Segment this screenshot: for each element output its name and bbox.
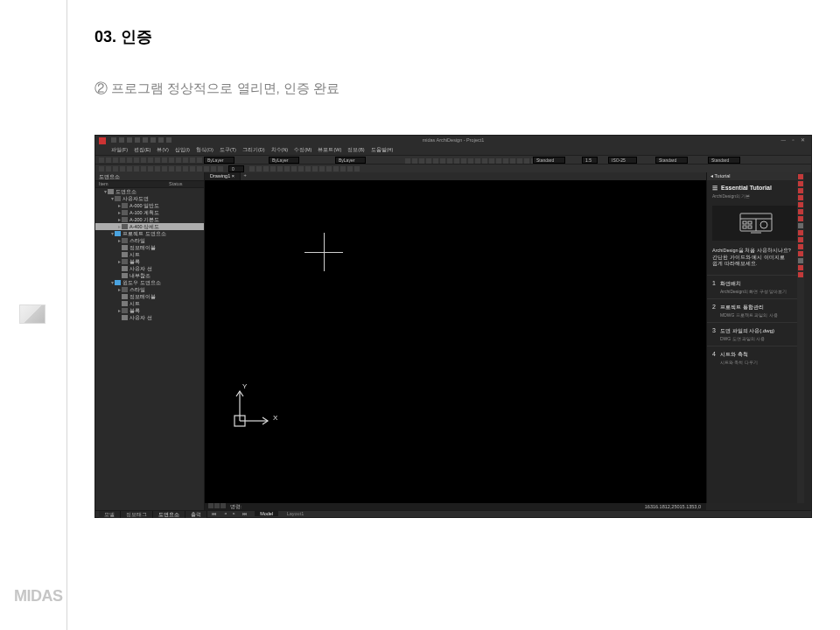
menu-tools[interactable]: 도구(T) — [220, 147, 236, 153]
svg-rect-8 — [743, 226, 746, 228]
tree-p-info[interactable]: 정보테이블 — [95, 244, 204, 251]
tree: ▾도면요소 ▾사용자도면 ▸A-000 일반도 ▸A-100 계획도 ▸A-20… — [95, 188, 204, 321]
ribbon-row-1: ByLayer ByLayer ByLayer Standard 1.5 ISO… — [95, 155, 811, 164]
tutorial-desc: ArchiDesign을 처음 사용하시나요? 간단한 가이드와 예시 이미지로… — [707, 244, 804, 275]
menu-insert[interactable]: 삽입(I) — [175, 147, 190, 153]
crosshair-horizontal — [304, 252, 343, 253]
dimstyle-select[interactable]: ISO-25 — [608, 157, 637, 164]
panel-title: 도면요소 — [95, 172, 204, 181]
page-subtitle: ② 프로그램 정상적으로 열리면, 인증 완료 — [94, 80, 340, 97]
tutorial-item-1[interactable]: 1 화면배치ArchiDesign의 화면 구성 알아보기 › — [707, 275, 804, 298]
menubar: 파일(F) 편집(E) 뷰(V) 삽입(I) 형식(O) 도구(T) 그리기(D… — [95, 146, 811, 155]
tree-w-style[interactable]: ▸스타일 — [95, 286, 204, 293]
btab-infotag[interactable]: 정보태그 — [121, 511, 153, 518]
drawing-tabbar: Drawing1 × + — [205, 172, 706, 180]
archidesign-screenshot: midas ArchiDesign - Project1 — ▫ ✕ 파일(F)… — [94, 135, 812, 518]
tree-w-sheet[interactable]: 시트 — [95, 300, 204, 307]
svg-point-10 — [760, 221, 767, 228]
menu-info[interactable]: 정보(B) — [347, 147, 364, 153]
tutorial-hero-icon — [712, 206, 799, 241]
svg-rect-6 — [743, 221, 746, 224]
tutorial-subtitle: ArchiDesign의 기본 — [707, 193, 804, 202]
ribbon2-icons[interactable] — [99, 166, 223, 172]
ucs-y-label: Y — [242, 382, 247, 390]
ribbon2-icons-2[interactable] — [249, 166, 360, 172]
menu-modify[interactable]: 수정(M) — [294, 147, 312, 153]
cmd-label: 명령: — [230, 503, 242, 510]
window-controls[interactable]: — ▫ ✕ — [780, 137, 808, 143]
tree-w-block[interactable]: ▸블록 — [95, 307, 204, 314]
page-title: 03. 인증 — [94, 26, 152, 47]
standard-select-1[interactable]: Standard — [655, 157, 688, 164]
menu-format[interactable]: 형식(O) — [196, 147, 214, 153]
footer-brand: MIDAS — [14, 587, 63, 606]
titlebar: midas ArchiDesign - Project1 — ▫ ✕ — [95, 136, 811, 146]
ucs-x-label: X — [273, 414, 277, 422]
status-bar: 모델 정보태그 도면요소 출력 ⏮ ◀ ▶ ⏭ Model Layout1 — [95, 510, 811, 517]
tutorial-item-4[interactable]: 4 시트와 축척시트와 축척 다루기 › — [707, 346, 804, 369]
color-bylayer-select[interactable]: ByLayer — [204, 157, 234, 164]
tutorial-item-3[interactable]: 3 도면 파일의 사용(.dwg)DWG 도면 파일의 사용 › — [707, 322, 804, 346]
page-divider — [66, 0, 67, 630]
tree-root[interactable]: ▾도면요소 — [95, 188, 204, 195]
hamburger-icon[interactable]: ☰ — [712, 185, 718, 191]
drawing-canvas[interactable]: Y X — [205, 180, 706, 503]
svg-rect-7 — [748, 221, 752, 224]
tree-w-userline[interactable]: 사용자 선 — [95, 314, 204, 321]
menu-draw[interactable]: 그리기(D) — [242, 147, 265, 153]
rightbar-icons[interactable] — [797, 172, 804, 503]
tree-a200[interactable]: ▸A-200 기본도 — [95, 216, 204, 223]
tree-p-ref[interactable]: 내부참조 — [95, 272, 204, 279]
panel-col-item: Item — [95, 181, 169, 187]
lineweight-bylayer-select[interactable]: ByLayer — [335, 157, 366, 164]
model-tab[interactable]: Model — [255, 511, 278, 516]
drawing-tab-1[interactable]: Drawing1 × — [205, 172, 241, 180]
cmd-icons[interactable] — [208, 503, 227, 510]
tree-w-info[interactable]: 정보테이블 — [95, 293, 204, 300]
left-panel: 도면요소 Item Status ▾도면요소 ▾사용자도면 ▸A-000 일반도… — [95, 172, 205, 510]
tree-userdraw[interactable]: ▾사용자도면 — [95, 195, 204, 202]
app-logo-icon — [99, 137, 106, 144]
tree-p-block[interactable]: ▸블록 — [95, 258, 204, 265]
btab-elements[interactable]: 도면요소 — [153, 511, 186, 518]
menu-help[interactable]: 도움말(H) — [371, 147, 394, 153]
btab-model[interactable]: 모델 — [99, 511, 121, 518]
standard-select-2[interactable]: Standard — [708, 157, 740, 164]
tree-p-sheet[interactable]: 시트 — [95, 251, 204, 258]
quick-access-toolbar[interactable] — [111, 137, 172, 143]
drawing-tab-add[interactable]: + — [241, 172, 249, 180]
coord-readout: 16316.1812,25015.1353,0 — [645, 503, 706, 510]
command-bar[interactable]: 명령: 16316.1812,25015.1353,0 — [205, 503, 706, 510]
tutorial-title: Essential Tutorial — [721, 185, 772, 191]
tutorial-tab[interactable]: ◂ Tutorial — [707, 172, 804, 180]
layout1-tab[interactable]: Layout1 — [282, 511, 310, 516]
ucs-icon: Y X — [231, 384, 273, 430]
tutorial-item-2[interactable]: 2 프로젝트 통합관리MDWG 프로젝트 파일의 사용 › — [707, 298, 804, 322]
linetype-bylayer-select[interactable]: ByLayer — [269, 157, 299, 164]
tree-a400-selected[interactable]: ▸A-400 상세도 — [95, 223, 204, 230]
tree-p-userline[interactable]: 사용자 선 — [95, 265, 204, 272]
layer-select[interactable]: 0 — [228, 165, 244, 172]
tutorial-panel: ◂ Tutorial ☰Essential Tutorial ArchiDesi… — [706, 172, 804, 503]
tree-window[interactable]: ▾윈도우 도면요소 — [95, 279, 204, 286]
tree-a000[interactable]: ▸A-000 일반도 — [95, 202, 204, 209]
window-title: midas ArchiDesign - Project1 — [423, 137, 485, 143]
menu-edit[interactable]: 편집(E) — [134, 147, 150, 153]
menu-view[interactable]: 뷰(V) — [157, 147, 168, 153]
nav-icons[interactable]: ⏮ ◀ ▶ ⏭ — [212, 511, 250, 516]
panel-col-status: Status — [169, 181, 183, 187]
menu-viewport[interactable]: 뷰포트(W) — [318, 147, 341, 153]
thickness-select[interactable]: 1.5 — [582, 157, 598, 164]
svg-rect-9 — [748, 226, 752, 228]
text-style-select[interactable]: Standard — [533, 157, 565, 164]
menu-file[interactable]: 파일(F) — [111, 147, 128, 153]
slide-thumbnail[interactable] — [19, 304, 46, 324]
tree-p-style[interactable]: ▸스타일 — [95, 237, 204, 244]
panel-columns: Item Status — [95, 181, 204, 188]
menu-dim[interactable]: 치수(N) — [271, 147, 289, 153]
ribbon-row-2: 0 — [95, 164, 811, 172]
tree-project[interactable]: ▾프로젝트 도면요소 — [95, 230, 204, 237]
tree-a100[interactable]: ▸A-100 계획도 — [95, 209, 204, 216]
